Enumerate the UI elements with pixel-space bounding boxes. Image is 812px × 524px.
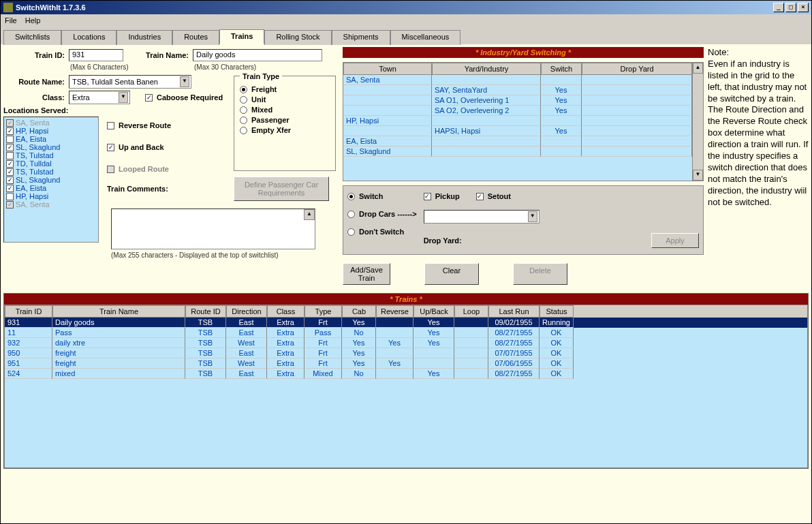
- column-header[interactable]: Direction: [226, 305, 267, 318]
- train-name-input[interactable]: Daily goods: [193, 49, 322, 61]
- industry-row[interactable]: HP, Hapsi: [343, 116, 692, 126]
- scrollbar[interactable]: ▲ ▼: [692, 63, 703, 181]
- industry-row[interactable]: SA O2, Overlevering 2Yes: [343, 106, 692, 116]
- industry-row[interactable]: SAY, SentaYardYes: [343, 85, 692, 95]
- train-name-hint: (Max 30 Characters): [194, 63, 256, 71]
- train-type-radio[interactable]: [240, 96, 247, 104]
- tab-industries[interactable]: Industries: [116, 30, 172, 45]
- scroll-up-icon[interactable]: ▲: [693, 63, 703, 74]
- checkbox-icon: [6, 136, 14, 143]
- tab-miscellaneous[interactable]: Miscellaneous: [390, 30, 461, 45]
- maximize-button[interactable]: □: [785, 3, 796, 12]
- add-save-train-button[interactable]: Add/Save Train: [343, 263, 390, 285]
- location-item[interactable]: SL, Skaglund: [5, 176, 97, 184]
- tabstrip: SwitchlistsLocationsIndustriesRoutesTrai…: [3, 29, 809, 44]
- chevron-up-icon: ▲: [304, 209, 315, 220]
- column-header[interactable]: Cab: [342, 305, 376, 318]
- train-type-radio[interactable]: [240, 106, 247, 114]
- train-row[interactable]: 932daily xtreTSBWestExtraFrtYesYesYes08/…: [5, 338, 807, 348]
- tab-routes[interactable]: Routes: [172, 30, 219, 45]
- clear-button[interactable]: Clear: [424, 263, 479, 285]
- tab-shipments[interactable]: Shipments: [332, 30, 390, 45]
- column-header[interactable]: Last Run: [488, 305, 540, 318]
- setout-checkbox[interactable]: [476, 193, 484, 200]
- comments-textarea[interactable]: ▲: [111, 209, 315, 249]
- apply-button: Apply: [651, 233, 699, 248]
- checkbox-icon: [6, 185, 14, 192]
- train-id-hint: (Max 6 Characters): [70, 63, 129, 71]
- train-row[interactable]: 951freightTSBWestExtraFrtYesYes07/06/195…: [5, 358, 807, 369]
- location-item[interactable]: EA, Eista: [5, 135, 97, 143]
- train-type-group: Train Type FreightUnitMixedPassengerEmpt…: [234, 76, 336, 171]
- checkbox-icon: [6, 176, 14, 184]
- location-item: SA, Senta: [5, 119, 97, 127]
- train-id-input[interactable]: 931: [69, 49, 123, 61]
- column-header[interactable]: Reverse: [376, 305, 413, 318]
- location-item[interactable]: HP, Hapsi: [5, 127, 97, 135]
- column-header[interactable]: Route ID: [185, 305, 226, 318]
- location-item[interactable]: SL, Skaglund: [5, 143, 97, 151]
- label-train-name: Train Name:: [127, 51, 189, 59]
- dont-switch-radio[interactable]: [347, 228, 355, 236]
- menu-file[interactable]: File: [5, 16, 17, 25]
- industry-yard-header: * Industry/Yard Switching *: [343, 47, 704, 58]
- menubar: File Help: [1, 14, 811, 27]
- industry-row[interactable]: SL, Skaglund: [343, 147, 692, 157]
- location-item[interactable]: TS, Tulstad: [5, 151, 97, 159]
- label-comments: Train Comments:: [107, 185, 168, 193]
- column-header[interactable]: Train Name: [52, 305, 185, 318]
- route-name-select[interactable]: TSB, Tuldall Senta Banen▼: [69, 75, 191, 89]
- locations-listbox[interactable]: SA, SentaHP, HapsiEA, EistaSL, SkaglundT…: [3, 117, 99, 243]
- reverse-route-checkbox[interactable]: [107, 122, 114, 129]
- column-header[interactable]: Train ID: [5, 305, 52, 318]
- train-type-radio[interactable]: [240, 117, 247, 124]
- industry-row[interactable]: EA, Eista: [343, 136, 692, 147]
- looped-route-checkbox: [107, 166, 114, 173]
- chevron-down-icon: ▼: [119, 92, 128, 103]
- location-item[interactable]: HP, Hapsi: [5, 192, 97, 200]
- checkbox-icon: [6, 152, 14, 159]
- industry-row[interactable]: SA, Senta: [343, 75, 692, 85]
- location-item[interactable]: EA, Eista: [5, 184, 97, 192]
- industry-row[interactable]: SA O1, Overlevering 1Yes: [343, 95, 692, 106]
- location-item[interactable]: TD, Tulldal: [5, 159, 97, 168]
- checkbox-icon: [6, 168, 14, 176]
- class-select[interactable]: Extra▼: [69, 91, 130, 104]
- tab-locations[interactable]: Locations: [61, 30, 116, 45]
- drop-cars-radio[interactable]: [347, 211, 355, 218]
- train-row[interactable]: 950freightTSBEastExtraFrtYes07/07/1955OK: [5, 348, 807, 358]
- pickup-checkbox[interactable]: [424, 193, 431, 200]
- train-row[interactable]: 11PassTSBEastExtraPassNoYes08/27/1955OK: [5, 328, 807, 338]
- chevron-down-icon: ▼: [180, 76, 189, 87]
- location-item: SA, Senta: [5, 200, 97, 209]
- caboose-checkbox[interactable]: [145, 94, 153, 102]
- train-type-radio[interactable]: [240, 86, 247, 93]
- note-text: Even if an industry is listed in the gri…: [708, 59, 809, 209]
- scroll-down-icon[interactable]: ▼: [693, 170, 703, 181]
- note-title: Note:: [708, 47, 809, 59]
- label-route-name: Route Name:: [3, 78, 65, 86]
- delete-button: Delete: [513, 263, 567, 285]
- drop-cars-select[interactable]: ▼: [424, 210, 540, 224]
- menu-help[interactable]: Help: [25, 16, 41, 25]
- train-row[interactable]: 931Daily goodsTSBEastExtraFrtYesYes09/02…: [5, 318, 807, 328]
- column-header[interactable]: Type: [304, 305, 342, 318]
- train-type-radio[interactable]: [240, 127, 247, 134]
- tab-trains[interactable]: Trains: [219, 29, 264, 44]
- up-and-back-checkbox[interactable]: [107, 144, 114, 151]
- column-header[interactable]: Up/Back: [413, 305, 454, 318]
- minimize-button[interactable]: _: [773, 3, 784, 12]
- label-class: Class:: [3, 93, 65, 102]
- location-item[interactable]: TS, Tulstad: [5, 168, 97, 176]
- switch-options-panel: Switch Drop Cars ------> Don't Switch Pi…: [343, 185, 704, 255]
- switch-radio[interactable]: [347, 193, 355, 200]
- column-header[interactable]: Status: [540, 305, 574, 318]
- column-header[interactable]: Loop: [454, 305, 488, 318]
- tab-rolling-stock[interactable]: Rolling Stock: [264, 30, 331, 45]
- train-row[interactable]: 524mixedTSBEastExtraMixedNoYes08/27/1955…: [5, 369, 807, 379]
- checkbox-icon: [6, 119, 14, 127]
- industry-row[interactable]: HAPSI, HapsiYes: [343, 126, 692, 136]
- close-button[interactable]: ×: [798, 3, 809, 12]
- column-header[interactable]: Class: [267, 305, 304, 318]
- tab-switchlists[interactable]: Switchlists: [3, 30, 61, 45]
